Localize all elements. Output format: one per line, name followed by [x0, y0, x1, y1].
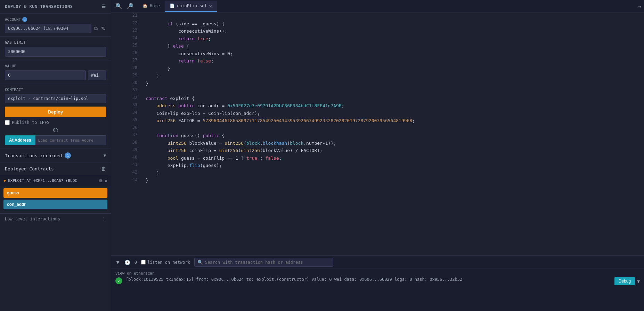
account-select[interactable]: 0x9DC...0b624 (18.740304 — [5, 24, 91, 33]
contract-instance-row: ▼ EXPLOIT AT 0XFF1...8CA67 (BLOC ⧉ ✕ — [3, 177, 107, 185]
code-line: 29 } — [111, 72, 644, 80]
gas-limit-label: GAS LIMIT — [5, 40, 106, 45]
copy-account-button[interactable]: ⧉ — [93, 25, 98, 32]
home-tab-icon: 🏠 — [142, 3, 148, 8]
clear-log-button[interactable]: 🕐 — [124, 260, 130, 265]
unit-select[interactable]: Wei — [88, 70, 106, 80]
deployed-contracts-label: Deployed Contracts — [5, 166, 54, 171]
tab-coinflip[interactable]: 📄 coinFlip.sol ✕ — [165, 1, 217, 12]
code-line: 21 — [111, 12, 644, 20]
tx-status-icon: ✓ — [115, 277, 122, 284]
gas-limit-input[interactable] — [5, 47, 106, 57]
bottom-panel: ▼ 🕐 0 listen on network 🔍 view on ethers… — [111, 255, 644, 311]
code-line: 41 expFlip.flip(guess); — [111, 162, 644, 169]
code-line: 28 } — [111, 65, 644, 73]
file-tab-icon: 📄 — [170, 3, 175, 8]
tx-log-text: [block:10139525 txIndex:15] from: 0x9DC.… — [126, 277, 611, 282]
or-divider: OR — [5, 128, 106, 133]
debug-row: Debug ▼ — [614, 277, 640, 285]
con-addr-button[interactable]: con_addr — [3, 200, 107, 209]
etherscan-link[interactable]: view on etherscan — [115, 271, 640, 276]
search-bar: 🔍 — [194, 258, 333, 267]
value-row: Wei — [5, 70, 106, 80]
contract-instance-name: EXPLOIT AT 0XFF1...8CA67 (BLOC — [8, 178, 97, 183]
listen-network-checkbox[interactable] — [141, 260, 146, 264]
listen-network-text: listen on network — [147, 260, 190, 265]
tx-recorded-label: Transactions recorded 1 — [5, 152, 71, 159]
zoom-out-button[interactable]: 🔎 — [125, 2, 135, 10]
publish-ipfs-checkbox[interactable] — [5, 120, 10, 125]
account-row: 0x9DC...0b624 (18.740304 ⧉ ✎ — [5, 24, 106, 33]
code-line: 40 bool guess = coinFlip == 1 ? true : f… — [111, 154, 644, 162]
code-line: 42 } — [111, 169, 644, 177]
copy-contract-icon[interactable]: ⧉ — [99, 178, 103, 183]
deployed-header[interactable]: Deployed Contracts 🗑 — [0, 162, 111, 175]
value-section: VALUE Wei — [0, 60, 111, 84]
expand-arrow-icon[interactable]: ▼ — [3, 178, 6, 183]
tab-bar: 🔍 🔎 🏠 Home 📄 coinFlip.sol ✕ ↔ — [111, 0, 644, 12]
code-line: 34 CoinFlip expFlip = CoinFlip(con_addr)… — [111, 110, 644, 117]
code-line: 27 return false; — [111, 57, 644, 65]
code-line: 30 } — [111, 80, 644, 87]
code-line: 25 } else { — [111, 42, 644, 50]
at-address-button[interactable]: At Address — [5, 135, 35, 145]
zoom-in-button[interactable]: 🔍 — [114, 2, 124, 10]
at-address-row: At Address — [5, 135, 106, 145]
tx-count-badge: 1 — [65, 152, 71, 159]
deploy-button[interactable]: Deploy — [5, 107, 106, 117]
sidebar: DEPLOY & RUN TRANSACTIONS ☰ ACCOUNT i 0x… — [0, 0, 111, 311]
low-level-section: Low level interactions ⋮ — [0, 213, 111, 224]
publish-label: Publish to IPFS — [12, 120, 49, 125]
edit-account-button[interactable]: ✎ — [100, 25, 106, 32]
file-tab-close-icon[interactable]: ✕ — [209, 3, 212, 8]
search-icon: 🔍 — [197, 260, 203, 265]
main-editor: 🔍 🔎 🏠 Home 📄 coinFlip.sol ✕ ↔ 21 22 if (… — [111, 0, 644, 311]
value-input[interactable] — [5, 70, 86, 80]
publish-row: Publish to IPFS — [5, 120, 106, 125]
code-line: 39 uint256 coinFlip = uint256(uint256(bl… — [111, 147, 644, 154]
contract-buttons: guess con_addr — [0, 186, 111, 213]
contract-select[interactable]: exploit - contracts/coinFlip.sol — [5, 94, 106, 103]
value-label: VALUE — [5, 64, 106, 68]
code-line: 32 contract exploit { — [111, 95, 644, 102]
code-line: 22 if (side == _guess) { — [111, 20, 644, 28]
contract-section: CONTRACT exploit - contracts/coinFlip.so… — [0, 84, 111, 149]
contract-label: CONTRACT — [5, 87, 106, 92]
trash-icon[interactable]: 🗑 — [101, 166, 106, 171]
expand-editor-icon[interactable]: ↔ — [638, 3, 641, 9]
code-line: 36 — [111, 125, 644, 132]
code-line: 35 uint256 FACTOR = 57896044618658097711… — [111, 117, 644, 125]
guess-button[interactable]: guess — [3, 188, 107, 198]
listen-network-label[interactable]: listen on network — [141, 260, 190, 265]
code-line: 31 — [111, 87, 644, 95]
debug-button[interactable]: Debug — [614, 277, 635, 285]
close-contract-icon[interactable]: ✕ — [105, 178, 107, 183]
code-line: 33 address public con_addr = 0x50F027e7e… — [111, 102, 644, 110]
tx-chevron-icon: ▼ — [104, 153, 106, 158]
gas-limit-section: GAS LIMIT — [0, 37, 111, 60]
code-line: 24 return true; — [111, 35, 644, 43]
sidebar-menu-icon[interactable]: ☰ — [102, 4, 106, 9]
zoom-controls: 🔍 🔎 — [114, 2, 135, 10]
log-count: 0 — [134, 260, 137, 265]
code-line: 38 uint256 blockValue = uint256(block.bl… — [111, 140, 644, 147]
code-line: 43 } — [111, 177, 644, 184]
tab-home[interactable]: 🏠 Home — [138, 1, 165, 12]
file-tab-label: coinFlip.sol — [177, 3, 207, 8]
code-editor[interactable]: 21 22 if (side == _guess) { 23 consecuti… — [111, 12, 644, 255]
debug-chevron-icon[interactable]: ▼ — [637, 279, 640, 284]
transactions-recorded-section[interactable]: Transactions recorded 1 ▼ — [0, 149, 111, 162]
deployed-contracts-section: Deployed Contracts 🗑 ▼ EXPLOIT AT 0XFF1.… — [0, 162, 111, 213]
search-input[interactable] — [205, 260, 330, 265]
code-lines: 21 22 if (side == _guess) { 23 consecuti… — [111, 12, 644, 184]
account-info-icon[interactable]: i — [22, 17, 27, 22]
sidebar-title-text: DEPLOY & RUN TRANSACTIONS — [5, 4, 73, 9]
code-line: 37 function guess() public { — [111, 132, 644, 140]
account-section: ACCOUNT i 0x9DC...0b624 (18.740304 ⧉ ✎ — [0, 14, 111, 37]
collapse-panel-button[interactable]: ▼ — [115, 260, 120, 265]
tx-log-entry: ✓ [block:10139525 txIndex:15] from: 0x9D… — [115, 277, 640, 285]
account-label: ACCOUNT i — [5, 17, 106, 22]
low-level-menu-icon[interactable]: ⋮ — [102, 217, 106, 221]
load-contract-input[interactable] — [35, 135, 106, 145]
contract-instance: ▼ EXPLOIT AT 0XFF1...8CA67 (BLOC ⧉ ✕ — [0, 175, 111, 186]
